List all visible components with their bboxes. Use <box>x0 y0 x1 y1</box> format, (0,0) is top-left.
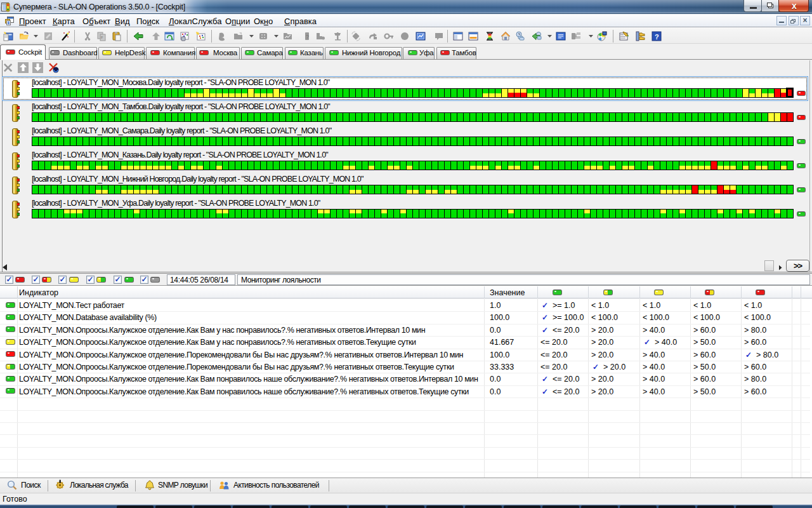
svg-text:?: ? <box>306 34 309 40</box>
svg-text:F: F <box>101 36 103 39</box>
svg-text:?: ? <box>655 33 659 41</box>
